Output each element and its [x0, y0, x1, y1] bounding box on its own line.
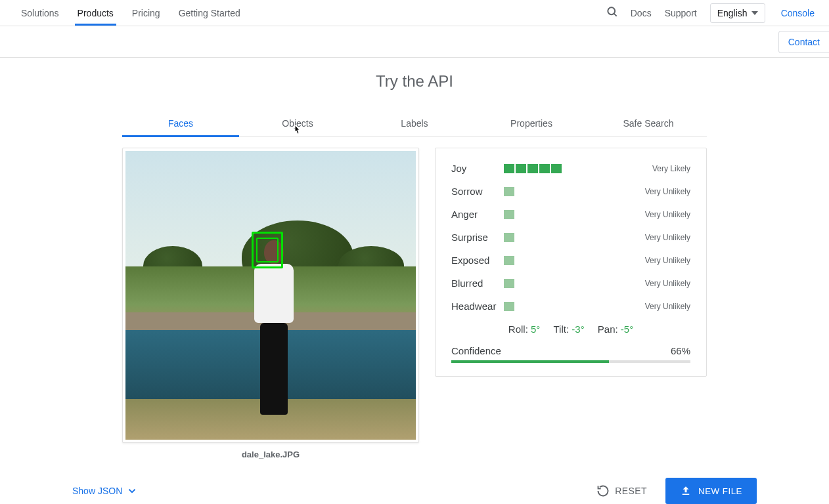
caret-down-icon — [751, 11, 758, 15]
svg-line-1 — [614, 14, 616, 16]
image-column: dale_lake.JPG — [122, 148, 419, 459]
result-tabs: FacesObjectsLabelsPropertiesSafe Search — [122, 110, 707, 137]
attribute-row-surprise: SurpriseVery Unlikely — [451, 232, 690, 243]
topnav-item-products[interactable]: Products — [68, 1, 123, 25]
attribute-label: Exposed — [451, 255, 503, 266]
docs-link[interactable]: Docs — [624, 3, 658, 24]
likelihood-label: Very Unlikely — [645, 302, 690, 311]
support-link[interactable]: Support — [658, 3, 704, 24]
image-frame — [122, 148, 419, 443]
attribute-label: Sorrow — [451, 186, 503, 197]
attribute-label: Anger — [451, 209, 503, 220]
new-file-button[interactable]: NEW FILE — [665, 478, 757, 504]
tab-objects[interactable]: Objects — [239, 110, 356, 136]
reset-button[interactable]: RESET — [596, 484, 647, 497]
likelihood-label: Very Unlikely — [645, 279, 690, 288]
results-column: JoyVery LikelySorrowVery UnlikelyAngerVe… — [435, 148, 707, 459]
confidence-label: Confidence — [451, 345, 501, 356]
attribute-row-joy: JoyVery Likely — [451, 163, 690, 174]
topnav-item-pricing[interactable]: Pricing — [123, 1, 169, 25]
chevron-down-icon — [126, 485, 138, 497]
confidence-value: 66% — [671, 345, 690, 356]
svg-point-0 — [608, 7, 615, 14]
confidence-bar — [451, 360, 690, 363]
attribute-row-anger: AngerVery Unlikely — [451, 209, 690, 220]
top-nav-right: Docs Support English Console — [600, 0, 817, 26]
likelihood-bar — [504, 187, 514, 196]
likelihood-bar — [504, 233, 514, 242]
face-results-card: JoyVery LikelySorrowVery UnlikelyAngerVe… — [435, 148, 707, 377]
reset-icon — [596, 484, 610, 497]
likelihood-label: Very Unlikely — [645, 187, 690, 196]
attribute-label: Headwear — [451, 301, 503, 312]
attribute-label: Surprise — [451, 232, 503, 243]
attribute-row-blurred: BlurredVery Unlikely — [451, 278, 690, 289]
contact-button[interactable]: Contact — [778, 31, 829, 53]
top-nav: SolutionsProductsPricingGetting Started … — [0, 0, 829, 26]
attribute-row-exposed: ExposedVery Unlikely — [451, 255, 690, 266]
filename-label: dale_lake.JPG — [122, 450, 419, 459]
likelihood-bar — [504, 256, 514, 265]
confidence-fill — [451, 360, 609, 363]
content-row: dale_lake.JPG JoyVery LikelySorrowVery U… — [122, 148, 707, 459]
uploaded-image — [125, 151, 416, 440]
likelihood-bar — [504, 279, 514, 288]
tab-safe-search[interactable]: Safe Search — [590, 110, 707, 136]
attribute-label: Joy — [451, 163, 503, 174]
pose-row: Roll: 5° Tilt: -3° Pan: -5° — [451, 324, 690, 335]
confidence-row: Confidence 66% — [451, 345, 690, 356]
attribute-label: Blurred — [451, 278, 503, 289]
likelihood-label: Very Likely — [652, 164, 690, 173]
topnav-item-solutions[interactable]: Solutions — [12, 1, 68, 25]
action-bar: Contact — [0, 26, 829, 58]
likelihood-bar — [504, 164, 562, 173]
show-json-toggle[interactable]: Show JSON — [72, 485, 138, 497]
topnav-item-getting-started[interactable]: Getting Started — [169, 1, 250, 25]
pointer-cursor-icon — [292, 125, 303, 138]
demo-container: FacesObjectsLabelsPropertiesSafe Search — [122, 110, 707, 459]
console-link[interactable]: Console — [772, 3, 817, 24]
upload-icon — [680, 485, 692, 497]
face-bounding-box — [252, 232, 283, 268]
attribute-row-sorrow: SorrowVery Unlikely — [451, 186, 690, 197]
likelihood-label: Very Unlikely — [645, 210, 690, 219]
tab-faces[interactable]: Faces — [122, 110, 239, 136]
footer-actions: Show JSON RESET NEW FILE — [0, 478, 829, 504]
likelihood-bar — [504, 302, 514, 311]
page-title: Try the API — [0, 72, 829, 91]
top-nav-left: SolutionsProductsPricingGetting Started — [12, 1, 250, 25]
search-icon[interactable] — [600, 0, 624, 26]
likelihood-label: Very Unlikely — [645, 233, 690, 242]
tab-labels[interactable]: Labels — [356, 110, 473, 136]
language-select[interactable]: English — [710, 3, 765, 23]
likelihood-label: Very Unlikely — [645, 256, 690, 265]
likelihood-bar — [504, 210, 514, 219]
language-label: English — [717, 8, 748, 18]
tab-properties[interactable]: Properties — [473, 110, 590, 136]
attribute-row-headwear: HeadwearVery Unlikely — [451, 301, 690, 312]
